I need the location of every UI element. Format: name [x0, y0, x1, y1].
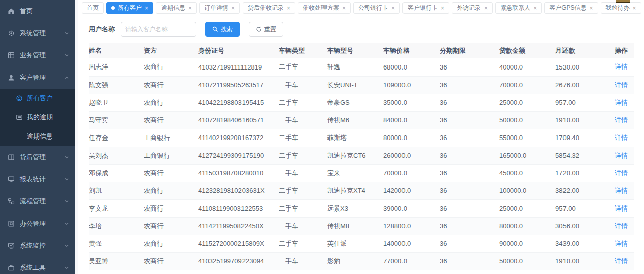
- chevron-down-icon: [64, 31, 69, 36]
- sidebar-item-customer-mgmt[interactable]: 客户管理: [0, 66, 75, 89]
- sidebar-item-report-stats[interactable]: 报表统计: [0, 168, 75, 190]
- cell-vehicle-model: 传祺M6: [327, 111, 383, 129]
- sidebar-subitem-overdue-info[interactable]: 逾期信息: [0, 127, 75, 146]
- close-icon[interactable]: ×: [287, 5, 290, 11]
- tab-label: 客户GPS信息: [549, 4, 586, 12]
- tab-all-customers[interactable]: 所有客户×: [106, 2, 153, 14]
- detail-link[interactable]: 详情: [615, 204, 628, 212]
- close-icon[interactable]: ×: [633, 5, 636, 11]
- close-icon[interactable]: ×: [188, 5, 192, 11]
- tab-customer-bank-card[interactable]: 客户银行卡×: [403, 2, 449, 14]
- cell-loan-amount: 45000.0: [499, 164, 555, 182]
- cell-vehicle-price: 80000.0: [383, 129, 440, 147]
- cell-name: 李文龙: [89, 199, 144, 217]
- cell-term: 36: [440, 164, 499, 182]
- cell-action: 详情: [615, 235, 634, 252]
- search-button-label: 搜索: [221, 25, 233, 34]
- column-header: 身份证号: [198, 43, 279, 58]
- cell-monthly-payment: 5854.32: [555, 147, 615, 164]
- table-row: 吴亚博农商行410325199709223094二手车影豹77000.03650…: [89, 252, 634, 270]
- detail-link[interactable]: 详情: [615, 169, 628, 177]
- close-icon[interactable]: ×: [145, 5, 148, 11]
- sidebar-subitem-all-customers[interactable]: 所有客户: [0, 89, 75, 108]
- tab-company-bank-card[interactable]: 公司银行卡×: [353, 2, 400, 14]
- cell-vehicle-type: 二手车: [279, 129, 327, 147]
- sidebar-subitem-label: 逾期信息: [27, 132, 53, 141]
- cell-loan-amount: 100000.0: [499, 182, 555, 199]
- cell-vehicle-price: 70000.0: [383, 164, 440, 182]
- tab-emergency-contact[interactable]: 紧急联系人×: [495, 2, 542, 14]
- detail-link[interactable]: 详情: [615, 240, 628, 247]
- monitor-icon: [8, 242, 15, 250]
- tab-visit-record[interactable]: 外访记录×: [452, 2, 493, 14]
- detail-link[interactable]: 详情: [615, 134, 628, 142]
- cell-action: 详情: [615, 111, 634, 129]
- cell-monthly-payment: 957.00: [555, 94, 615, 111]
- sidebar-item-label: 系统工具: [20, 263, 64, 272]
- avatar-fragment[interactable]: [616, 0, 630, 3]
- tab-bar: 首页所有客户×逾期信息×订单详情×贷后催收记录×催收处理方案×公司银行卡×客户银…: [78, 0, 644, 15]
- detail-link[interactable]: 详情: [615, 152, 628, 159]
- detail-link[interactable]: 详情: [615, 257, 628, 265]
- column-header: 贷款金额: [499, 43, 555, 58]
- cell-term: 36: [440, 129, 499, 147]
- sidebar-item-office-mgmt[interactable]: 办公管理: [0, 213, 75, 235]
- tab-collection-plan[interactable]: 催收处理方案×: [298, 2, 351, 14]
- close-icon[interactable]: ×: [231, 5, 235, 11]
- close-icon[interactable]: ×: [391, 5, 395, 11]
- reset-button[interactable]: 重置: [249, 22, 283, 37]
- cell-monthly-payment: 1720.00: [555, 164, 615, 182]
- tab-overdue-info[interactable]: 逾期信息×: [156, 2, 197, 14]
- cell-term: 36: [440, 199, 499, 217]
- cell-action: 详情: [615, 252, 634, 270]
- table-row: 周志洋农商行410327199111112819二手车轩逸68000.03640…: [89, 58, 634, 76]
- cell-action: 详情: [615, 94, 634, 111]
- cell-name: 邓保成: [89, 164, 144, 182]
- column-header: 车辆类型: [279, 43, 327, 58]
- cell-action: 详情: [615, 217, 634, 235]
- detail-link[interactable]: 详情: [615, 116, 628, 124]
- chevron-down-icon: [64, 53, 69, 58]
- sidebar-item-label: 首页: [20, 7, 69, 16]
- sidebar-item-system-tools[interactable]: 系统工具: [0, 257, 75, 274]
- detail-link[interactable]: 详情: [615, 222, 628, 230]
- sidebar-item-system-monitor[interactable]: 系统监控: [0, 235, 75, 257]
- search-input[interactable]: [121, 22, 196, 37]
- sidebar-subitem-my-overdue[interactable]: 我的逾期: [0, 108, 75, 127]
- cell-vehicle-price: 35000.0: [383, 94, 440, 111]
- close-icon[interactable]: ×: [484, 5, 488, 11]
- detail-link[interactable]: 详情: [615, 81, 628, 89]
- tab-label: 紧急联系人: [500, 4, 530, 12]
- sidebar-item-process-mgmt[interactable]: 流程管理: [0, 190, 75, 213]
- detail-link[interactable]: 详情: [615, 99, 628, 106]
- flow-icon: [8, 198, 15, 206]
- cell-funder: 农商行: [144, 164, 198, 182]
- tab-customer-gps[interactable]: 客户GPS信息×: [544, 2, 598, 14]
- sidebar-item-loan-mgmt[interactable]: 贷后管理: [0, 146, 75, 168]
- main-content: 首页所有客户×逾期信息×订单详情×贷后催收记录×催收处理方案×公司银行卡×客户银…: [78, 0, 644, 274]
- detail-link[interactable]: 详情: [615, 187, 628, 194]
- cell-vehicle-type: 二手车: [279, 199, 327, 217]
- tab-home[interactable]: 首页: [82, 2, 104, 14]
- cell-vehicle-model: 凯迪拉克CT6: [327, 147, 383, 164]
- cell-loan-amount: 25000.0: [499, 199, 555, 217]
- cell-id-number: 41232819810203631X: [198, 182, 279, 199]
- tab-collection-record[interactable]: 贷后催收记录×: [243, 2, 295, 14]
- sidebar-item-business-mgmt[interactable]: 业务管理: [0, 44, 75, 66]
- table-row: 刘凯农商行41232819810203631X二手车凯迪拉克XT4142000.…: [89, 182, 634, 199]
- close-icon[interactable]: ×: [533, 5, 537, 11]
- close-icon[interactable]: ×: [589, 5, 593, 11]
- cell-monthly-payment: 1910.00: [555, 270, 615, 274]
- detail-link[interactable]: 详情: [615, 63, 628, 71]
- tab-my-todo[interactable]: 我的待办×: [601, 2, 641, 14]
- close-icon[interactable]: ×: [441, 5, 444, 11]
- close-icon[interactable]: ×: [342, 5, 346, 11]
- search-button[interactable]: 搜索: [205, 22, 240, 37]
- sidebar-item-system-mgmt[interactable]: 系统管理: [0, 22, 75, 44]
- tab-order-detail[interactable]: 订单详情×: [199, 2, 240, 14]
- table-row: 赵晓卫农商行410422198803195415二手车帝豪GS35000.036…: [89, 94, 634, 111]
- tab-label: 催收处理方案: [303, 4, 339, 12]
- cell-term: 36: [440, 270, 499, 274]
- sidebar-item-home[interactable]: 首页: [0, 0, 75, 22]
- cell-funder: 农商行: [144, 252, 198, 270]
